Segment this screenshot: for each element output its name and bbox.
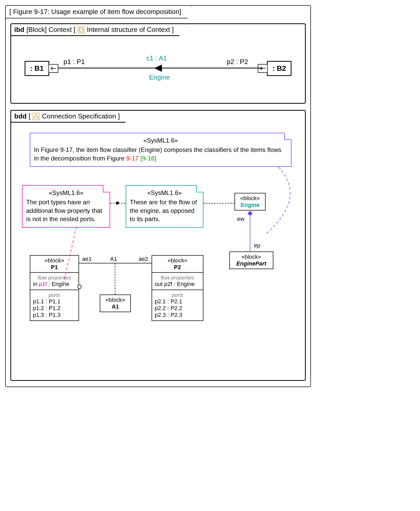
- ibd-icon: [77, 26, 85, 33]
- composition-line: [250, 215, 250, 251]
- note-magenta-stereo: «SysML1.6»: [26, 189, 106, 197]
- ae2-label: ae2: [139, 256, 148, 262]
- assoc-line: [79, 263, 152, 263]
- note-teal-stereo: «SysML1.6»: [130, 189, 199, 197]
- note-magenta-text: The port types have an additional flow p…: [26, 198, 106, 223]
- ibd-frame-label: [Block] Context [: [26, 26, 75, 34]
- svg-rect-7: [34, 117, 35, 119]
- note-purple-text: In Figure 9-17, the item flow classifier…: [34, 146, 287, 163]
- svg-rect-6: [35, 114, 37, 115]
- note-teal-text: These are for the flow of the engine, as…: [130, 198, 199, 223]
- role-ep: ep: [254, 242, 260, 249]
- block-enginepart: «block» EnginePart: [229, 251, 273, 269]
- block-enginepart-hdr: «block» EnginePart: [230, 252, 273, 269]
- p1-label: p1 : P1: [63, 58, 85, 66]
- flow-name: c1 : A1: [146, 54, 167, 62]
- svg-rect-3: [82, 29, 83, 30]
- dash-connector-notes: [110, 203, 126, 204]
- figure-title: [ Figure 9-17: Usage example of item flo…: [9, 8, 181, 16]
- svg-rect-2: [79, 29, 80, 30]
- ibd-tab: ibd [Block] Context [ Internal structure…: [10, 23, 185, 36]
- bdd-frame: bdd [ Connection Specification ] «SysML1…: [10, 110, 306, 381]
- ibd-frame: ibd [Block] Context [ Internal structure…: [10, 23, 306, 104]
- bdd-icon: [33, 113, 40, 120]
- svg-line-13: [63, 227, 76, 284]
- bdd-title: Connection Specification ]: [42, 112, 120, 120]
- block-p2: «block» P2 flow properties out p2f : Eng…: [152, 255, 203, 321]
- port-b2: [258, 64, 268, 73]
- assoc-name-label: A1: [110, 256, 117, 262]
- p2-label: p2 : P2: [227, 58, 248, 66]
- figure-frame: [ Figure 9-17: Usage example of item flo…: [5, 5, 311, 387]
- block-b2: : B2: [267, 61, 291, 76]
- svg-rect-8: [37, 117, 39, 119]
- block-engine-hdr: «block» Engine: [235, 193, 265, 210]
- dash-teal-engine: [203, 203, 234, 204]
- ibd-kind: ibd: [14, 26, 24, 34]
- ibd-body: : B1 : B2 p1 : P1 p2 : P2 c1 : A1 Engine: [14, 43, 302, 100]
- p2-flowprop: out p2f : Engine: [155, 281, 200, 288]
- note-purple-stereo: «SysML1.6»: [34, 136, 287, 145]
- ae1-label: ae1: [82, 256, 92, 262]
- note-teal: «SysML1.6» These are for the flow of the…: [126, 185, 203, 228]
- bdd-kind: bdd: [14, 112, 27, 120]
- itemflow-arrow-icon: [154, 65, 162, 72]
- block-engine: «block» Engine: [234, 193, 266, 211]
- ibd-subtitle: Internal structure of Context ]: [87, 26, 174, 34]
- flow-type: Engine: [149, 73, 170, 81]
- dash-purple-engine: [263, 167, 310, 240]
- figure-title-tab: [ Figure 9-17: Usage example of item flo…: [5, 5, 192, 18]
- block-a1: «block» A1: [100, 295, 131, 312]
- dash-assoc-a1: [115, 263, 115, 295]
- note-purple: «SysML1.6» In Figure 9-17, the item flow…: [30, 133, 291, 167]
- port-b1: [48, 64, 58, 73]
- role-ew: ew: [237, 216, 244, 222]
- bdd-body: «SysML1.6» In Figure 9-17, the item flow…: [14, 128, 302, 377]
- bdd-tab: bdd [ Connection Specification ]: [10, 110, 131, 123]
- block-b1: : B1: [25, 61, 49, 76]
- note-magenta: «SysML1.6» The port types have an additi…: [22, 185, 110, 228]
- bdd-bracket: [: [29, 112, 31, 120]
